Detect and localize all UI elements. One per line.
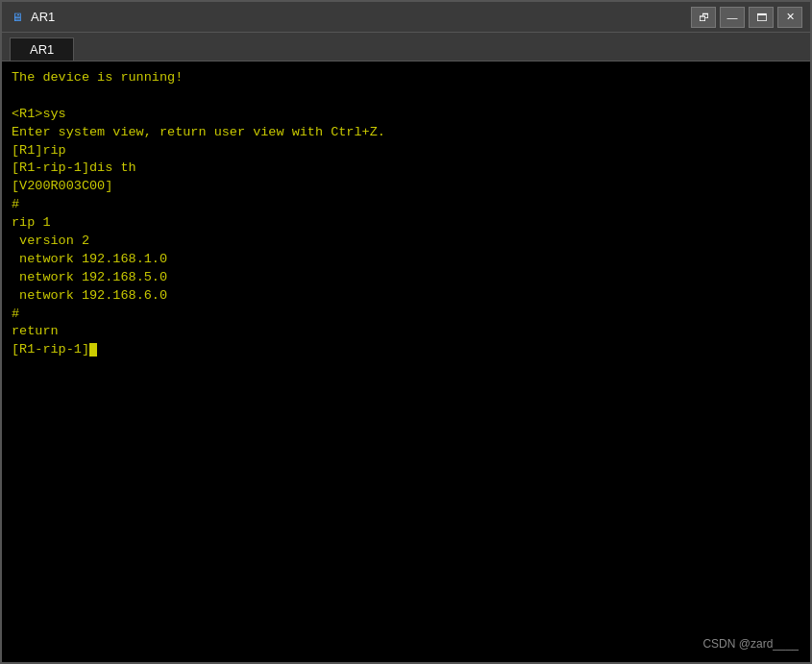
main-window: 🖥 AR1 🗗 — 🗖 ✕ AR1 The device is running!…	[0, 0, 812, 664]
window-title: AR1	[31, 10, 55, 24]
close-button[interactable]: ✕	[777, 7, 802, 28]
tab-ar1[interactable]: AR1	[10, 37, 74, 61]
tab-label: AR1	[30, 42, 54, 57]
restore-button[interactable]: 🗗	[691, 7, 716, 28]
watermark: CSDN @zard____	[702, 636, 799, 652]
window-controls: 🗗 — 🗖 ✕	[691, 7, 802, 28]
tab-bar: AR1	[2, 33, 810, 61]
terminal-text: The device is running! <R1>sys Enter sys…	[12, 69, 800, 359]
terminal-output[interactable]: The device is running! <R1>sys Enter sys…	[2, 61, 810, 662]
title-bar: 🖥 AR1 🗗 — 🗖 ✕	[2, 2, 810, 33]
minimize-button[interactable]: —	[720, 7, 745, 28]
maximize-button[interactable]: 🗖	[749, 7, 774, 28]
title-bar-left: 🖥 AR1	[10, 10, 55, 25]
cursor	[89, 343, 97, 357]
app-icon: 🖥	[10, 10, 25, 25]
